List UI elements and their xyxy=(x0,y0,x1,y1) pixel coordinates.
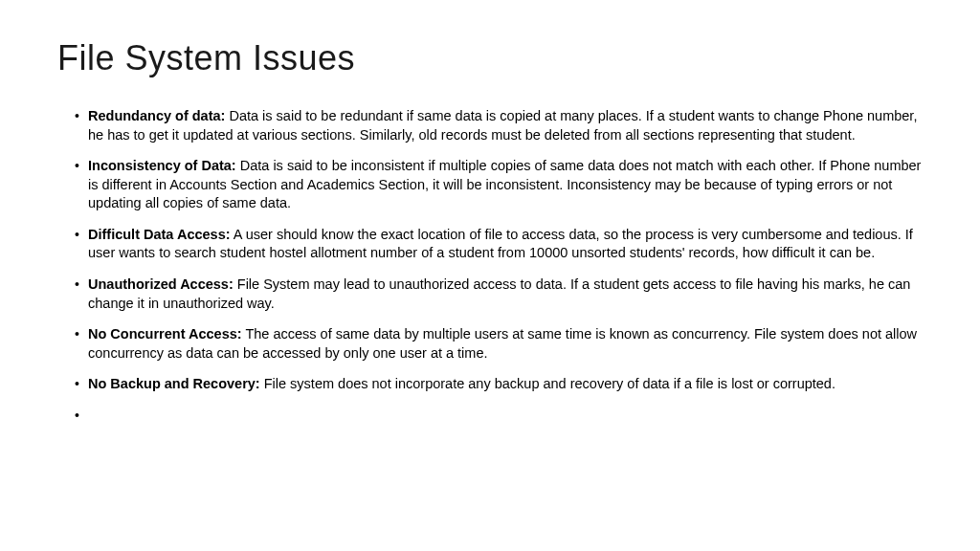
list-item: No Concurrent Access: The access of same… xyxy=(75,325,923,363)
list-item: Inconsistency of Data: Data is said to b… xyxy=(75,157,923,213)
bullet-label: Difficult Data Access: xyxy=(88,227,231,242)
list-item: Redundancy of data: Data is said to be r… xyxy=(75,107,923,144)
bullet-label: No Backup and Recovery: xyxy=(88,376,260,391)
list-item: No Backup and Recovery: File system does… xyxy=(75,375,923,394)
slide-title: File System Issues xyxy=(57,38,923,78)
list-item: Unauthorized Access: File System may lea… xyxy=(75,276,923,313)
list-item: Difficult Data Access: A user should kno… xyxy=(75,226,923,263)
bullet-label: Redundancy of data: xyxy=(88,108,225,123)
bullet-label: Inconsistency of Data: xyxy=(88,158,236,173)
bullet-list: Redundancy of data: Data is said to be r… xyxy=(57,107,923,394)
bullet-label: No Concurrent Access: xyxy=(88,326,242,342)
bullet-label: Unauthorized Access: xyxy=(88,276,234,292)
bullet-text: File system does not incorporate any bac… xyxy=(260,376,835,391)
